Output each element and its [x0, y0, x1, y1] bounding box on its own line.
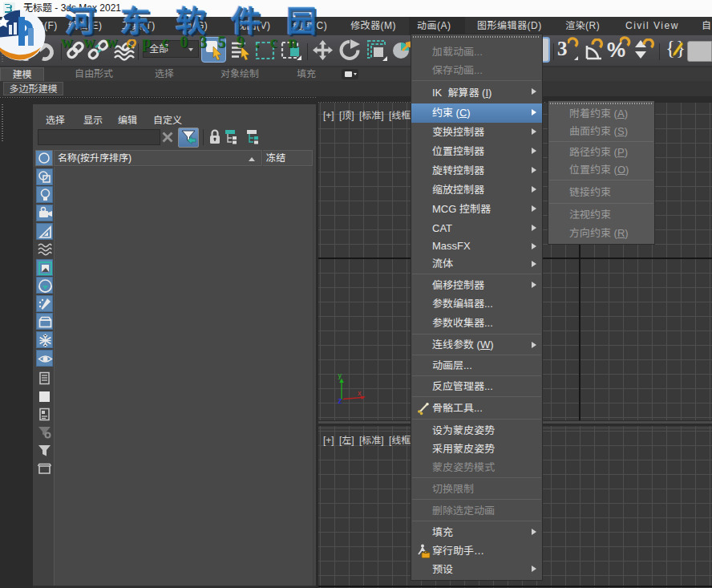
svg-text:z: z — [338, 396, 342, 405]
svg-text:y: y — [338, 371, 342, 379]
svg-text:x: x — [358, 389, 362, 397]
